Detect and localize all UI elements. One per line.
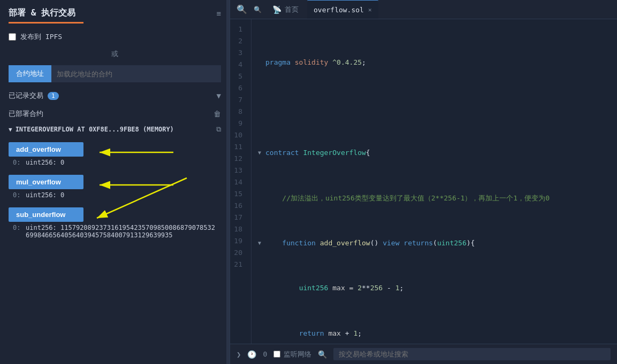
mul-overflow-result: 0: uint256: 0 — [9, 189, 221, 201]
search-input[interactable] — [333, 348, 611, 360]
search-icon[interactable]: 🔍 — [318, 350, 327, 359]
line-num-8: 8 — [230, 106, 247, 118]
line-numbers: 1 2 3 4 5 6 7 8 9 10 11 12 13 14 15 16 1… — [230, 19, 252, 344]
contract-address-input[interactable] — [51, 65, 221, 82]
left-panel: 部署 & 执行交易 ≡ 发布到 IPFS 或 合约地址 已记录交易 1 ▼ 已部… — [0, 0, 230, 364]
zoom-out-icon[interactable]: 🔍 — [234, 2, 249, 17]
tab-overflow-sol[interactable]: overflow.sol ✕ — [307, 0, 378, 19]
wifi-icon: 📡 — [272, 5, 281, 14]
code-line-2 — [258, 102, 617, 114]
transactions-chevron[interactable]: ▼ — [217, 91, 221, 100]
or-divider: 或 — [0, 45, 230, 63]
add-overflow-button[interactable]: add_overflow — [9, 142, 83, 157]
expand-icon[interactable]: ❯ — [237, 350, 241, 359]
code-container: 1 2 3 4 5 6 7 8 9 10 11 12 13 14 15 16 1… — [230, 19, 617, 344]
transactions-badge: 1 — [48, 92, 59, 100]
panel-title: 部署 & 执行交易 — [9, 7, 75, 19]
header-menu-icon[interactable]: ≡ — [217, 9, 221, 18]
line-num-2: 2 — [230, 35, 247, 47]
add-overflow-result-value: uint256: 0 — [26, 159, 64, 166]
contract-instance-name: INTEGEROVERFLOW AT 0XF8E...9FBE8 (MEMORY… — [16, 126, 174, 133]
publish-ipfs-row: 发布到 IPFS — [0, 29, 230, 45]
right-panel: 🔍 🔍 📡 首页 overflow.sol ✕ 1 2 3 4 5 6 7 8 … — [230, 0, 617, 364]
line-num-16: 16 — [230, 200, 247, 212]
sub-underflow-result-value: uint256: 1157920892373161954235709850086… — [26, 224, 219, 239]
contract-instance-chevron: ▼ — [9, 126, 12, 133]
code-line-3: ▼ contract IntegerOverflow{ — [258, 147, 617, 159]
editor-content[interactable]: 1 2 3 4 5 6 7 8 9 10 11 12 13 14 15 16 1… — [230, 19, 617, 344]
monitor-network-row: 监听网络 — [273, 350, 311, 359]
monitor-network-checkbox[interactable] — [273, 351, 280, 358]
sub-underflow-result-index: 0: — [13, 224, 24, 231]
delete-deployed-icon[interactable]: 🗑 — [214, 110, 221, 118]
line-num-13: 13 — [230, 165, 247, 176]
line-num-4: 4 — [230, 59, 247, 71]
monitor-network-label: 监听网络 — [284, 350, 311, 359]
deployed-contracts-label: 已部署合约 — [9, 109, 43, 119]
recorded-transactions-label: 已记录交易 — [9, 91, 43, 100]
transaction-count: 0 — [263, 350, 267, 358]
mul-overflow-button[interactable]: mul_overflow — [9, 175, 83, 189]
code-line-4: //加法溢出，uint256类型变量达到了最大值（2**256-1），再加上一个… — [258, 192, 617, 204]
contract-instance-header[interactable]: ▼ INTEGEROVERFLOW AT 0XF8E...9FBE8 (MEMO… — [0, 121, 230, 138]
publish-ipfs-label: 发布到 IPFS — [20, 32, 62, 42]
sub-underflow-wrapper: sub_underflow 0: uint256: 11579208923731… — [9, 207, 221, 241]
code-lines: pragma solidity ^0.4.25; ▼ contract Inte… — [252, 19, 617, 344]
line-num-14: 14 — [230, 176, 247, 188]
copy-address-icon[interactable]: ⧉ — [216, 125, 221, 134]
mul-overflow-result-index: 0: — [13, 191, 24, 199]
recorded-transactions-header: 已记录交易 1 ▼ — [0, 84, 230, 103]
clock-icon[interactable]: 🕐 — [247, 350, 256, 359]
mul-overflow-wrapper: mul_overflow 0: uint256: 0 — [9, 175, 221, 201]
add-overflow-result-index: 0: — [13, 159, 24, 166]
line-num-18: 18 — [230, 223, 247, 235]
code-line-5: ▼ function add_overflow() view returns(u… — [258, 237, 617, 249]
line-num-1: 1 — [230, 24, 247, 35]
publish-ipfs-checkbox[interactable] — [9, 33, 16, 41]
zoom-in-icon[interactable]: 🔍 — [252, 4, 264, 16]
line-num-7: 7 — [230, 94, 247, 106]
tab-close-icon[interactable]: ✕ — [368, 6, 372, 13]
sub-underflow-result: 0: uint256: 1157920892373161954235709850… — [9, 222, 221, 241]
recorded-transactions-title: 已记录交易 1 — [9, 91, 59, 100]
line-num-12: 12 — [230, 153, 247, 165]
line-num-9: 9 — [230, 118, 247, 129]
line-num-3: 3 — [230, 47, 247, 59]
sub-underflow-button[interactable]: sub_underflow — [9, 207, 83, 222]
line-num-5: 5 — [230, 71, 247, 82]
add-overflow-result: 0: uint256: 0 — [9, 157, 221, 168]
line-num-6: 6 — [230, 82, 247, 94]
line-num-17: 17 — [230, 212, 247, 223]
line-num-21: 21 — [230, 259, 247, 270]
bottom-bar: ❯ 🕐 0 监听网络 🔍 — [230, 344, 617, 364]
contract-address-button[interactable]: 合约地址 — [9, 65, 51, 82]
code-line-6: uint256 max = 2**256 - 1; — [258, 282, 617, 294]
line-num-19: 19 — [230, 235, 247, 247]
editor-tabs: 🔍 🔍 📡 首页 overflow.sol ✕ — [230, 0, 617, 19]
deployed-contracts-header: 已部署合约 🗑 — [0, 103, 230, 121]
line-num-11: 11 — [230, 141, 247, 153]
line-num-20: 20 — [230, 247, 247, 259]
scroll-indicator — [226, 0, 230, 364]
tab-overflow-sol-label: overflow.sol — [314, 6, 364, 14]
tab-home-label: 首页 — [285, 5, 299, 14]
line-num-15: 15 — [230, 188, 247, 200]
contract-address-row: 合约地址 — [9, 65, 221, 82]
tab-home[interactable]: 📡 首页 — [266, 0, 305, 19]
mul-overflow-result-value: uint256: 0 — [26, 191, 64, 199]
code-line-1: pragma solidity ^0.4.25; — [258, 57, 617, 68]
line-num-10: 10 — [230, 129, 247, 141]
code-line-7: return max + 1; — [258, 328, 617, 339]
orange-bar — [9, 22, 83, 24]
left-panel-header: 部署 & 执行交易 ≡ — [0, 0, 230, 22]
add-overflow-wrapper: add_overflow 0: uint256: 0 — [9, 142, 221, 168]
